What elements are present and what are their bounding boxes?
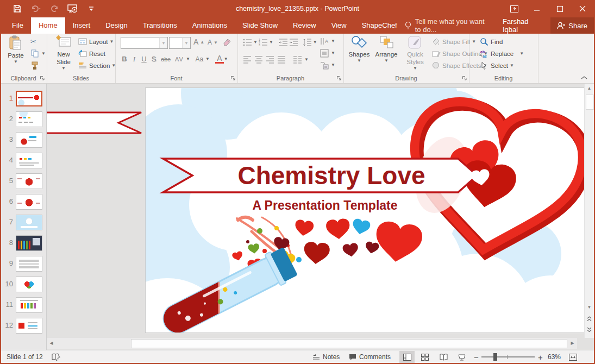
tab-animations[interactable]: Animations — [185, 17, 235, 34]
scroll-left-icon[interactable]: ◀ — [47, 338, 56, 348]
clipboard-dialog-launcher[interactable] — [40, 76, 45, 81]
slide-subtitle[interactable]: A Presentation Template — [252, 198, 397, 212]
zoom-slider-thumb[interactable] — [493, 353, 497, 361]
tab-design[interactable]: Design — [98, 17, 135, 34]
underline-button[interactable]: U — [139, 55, 149, 63]
vertical-scrollbar[interactable]: ▲ ▼ — [584, 84, 594, 338]
share-button[interactable]: Share — [550, 17, 595, 34]
slide-thumbnail-9[interactable]: 9 — [1, 256, 46, 272]
bold-button[interactable]: B — [120, 55, 129, 63]
strikethrough-button[interactable]: abc — [159, 56, 173, 62]
columns-icon[interactable] — [293, 55, 302, 64]
ribbon-banner-overflow-shape[interactable] — [47, 111, 143, 135]
slide-thumbnail-6[interactable]: 6 — [1, 194, 46, 210]
align-right-icon[interactable] — [266, 55, 275, 64]
maximize-button[interactable] — [548, 0, 571, 17]
shapes-button[interactable]: Shapes ▼ — [347, 35, 372, 73]
align-left-icon[interactable] — [243, 55, 252, 64]
replace-button[interactable]: abac Replace▼ — [480, 49, 524, 58]
layout-button[interactable]: Layout▼ — [78, 37, 114, 46]
minimize-button[interactable] — [525, 0, 548, 17]
italic-button[interactable]: I — [129, 55, 139, 64]
zoom-slider-track[interactable] — [481, 356, 535, 357]
notes-button[interactable]: Notes — [312, 350, 340, 363]
tab-shapechef[interactable]: ShapeChef — [354, 17, 405, 34]
slide-sorter-view-button[interactable] — [417, 351, 433, 363]
quick-styles-button[interactable]: Quick Styles ▼ — [401, 35, 429, 73]
reading-view-button[interactable] — [436, 351, 451, 363]
slideshow-view-button[interactable] — [454, 351, 469, 363]
slide-indicator[interactable]: Slide 1 of 12 — [7, 350, 43, 363]
slide-1-canvas[interactable]: Chemistry Love A Presentation Template — [146, 88, 584, 332]
tab-insert[interactable]: Insert — [65, 17, 98, 34]
convert-to-smartart-button[interactable]: ▼ — [320, 61, 335, 69]
clear-formatting-button[interactable] — [223, 37, 232, 45]
zoom-in-button[interactable]: + — [538, 350, 543, 363]
horizontal-scrollbar[interactable]: ◀ ▶ — [47, 338, 577, 349]
font-size-combobox[interactable]: ▼ — [169, 37, 191, 49]
paragraph-dialog-launcher[interactable] — [336, 76, 342, 81]
reset-button[interactable]: Reset — [78, 49, 105, 58]
slide-thumbnail-12[interactable]: 12 — [1, 318, 46, 334]
slide-thumbnail-8[interactable]: 8 — [1, 235, 46, 252]
customize-qat-icon[interactable] — [86, 3, 97, 14]
decrease-indent-icon[interactable] — [279, 38, 288, 46]
change-case-button[interactable]: Aa — [193, 55, 205, 63]
font-name-combobox[interactable]: ▼ — [121, 37, 168, 49]
grow-font-button[interactable]: A▲ — [193, 37, 204, 46]
font-color-button[interactable]: A — [215, 54, 224, 64]
vertical-scroll-thumb[interactable] — [586, 95, 594, 110]
horizontal-scroll-thumb[interactable] — [131, 339, 567, 348]
save-icon[interactable] — [12, 3, 23, 14]
tab-view[interactable]: View — [324, 17, 354, 34]
align-text-button[interactable]: ▼ — [320, 49, 335, 57]
tab-review[interactable]: Review — [285, 17, 324, 34]
chevron-down-icon[interactable]: ▼ — [182, 38, 190, 48]
fit-slide-to-window-button[interactable] — [565, 351, 580, 363]
cut-button[interactable]: ✂ — [30, 37, 36, 46]
zoom-out-button[interactable]: − — [474, 350, 479, 363]
increase-indent-icon[interactable] — [289, 38, 298, 46]
slide-thumbnail-2[interactable]: 2 — [1, 111, 46, 128]
tab-file[interactable]: File — [4, 17, 31, 34]
tab-slide-show[interactable]: Slide Show — [235, 17, 285, 34]
text-direction-button[interactable]: A▼ — [320, 37, 335, 45]
paste-button[interactable]: Paste ▼ — [3, 35, 28, 73]
text-shadow-button[interactable]: S — [149, 55, 159, 63]
tab-transitions[interactable]: Transitions — [135, 17, 185, 34]
slide-thumbnail-5[interactable]: 5 — [1, 173, 46, 190]
scroll-up-icon[interactable]: ▲ — [585, 84, 594, 93]
slide-thumbnail-10[interactable]: 10 — [1, 277, 46, 293]
arrange-button[interactable]: Arrange ▼ — [374, 35, 399, 73]
slide-title[interactable]: Chemistry Love — [237, 161, 425, 190]
align-center-icon[interactable] — [254, 55, 264, 64]
tell-me-box[interactable]: Tell me what you want to do... — [405, 17, 488, 34]
zoom-level[interactable]: 63% — [548, 350, 561, 363]
slide-thumbnail-11[interactable]: 11 — [1, 297, 46, 313]
new-slide-button[interactable]: New Slide ▼ — [51, 35, 76, 73]
font-dialog-launcher[interactable] — [230, 76, 236, 81]
numbering-icon[interactable]: 123 — [259, 38, 268, 46]
slide-thumbnail-7[interactable]: 7 — [1, 215, 46, 231]
select-button[interactable]: Select▼ — [480, 61, 514, 70]
justify-icon[interactable] — [277, 55, 286, 64]
slide-thumbnail-1[interactable]: 1 — [1, 91, 46, 107]
normal-view-button[interactable] — [399, 351, 415, 363]
start-slideshow-icon[interactable] — [67, 3, 78, 14]
find-button[interactable]: Find — [480, 37, 503, 46]
close-button[interactable] — [571, 0, 594, 17]
drawing-dialog-launcher[interactable] — [462, 76, 467, 81]
redo-icon[interactable] — [49, 3, 60, 14]
shrink-font-button[interactable]: A▼ — [208, 39, 218, 46]
bullets-icon[interactable] — [243, 38, 252, 46]
comments-button[interactable]: Comments — [349, 350, 391, 363]
copy-button[interactable]: ▼ — [30, 49, 46, 58]
line-spacing-icon[interactable] — [303, 38, 312, 46]
section-button[interactable]: Section▼ — [78, 61, 116, 70]
ribbon-display-options-icon[interactable] — [503, 0, 525, 17]
tab-home[interactable]: Home — [31, 17, 65, 34]
format-painter-button[interactable] — [30, 61, 40, 70]
slide-thumbnail-3[interactable]: 3 — [1, 132, 46, 148]
next-slide-icon[interactable] — [585, 325, 594, 334]
scroll-right-icon[interactable]: ▶ — [568, 338, 577, 348]
